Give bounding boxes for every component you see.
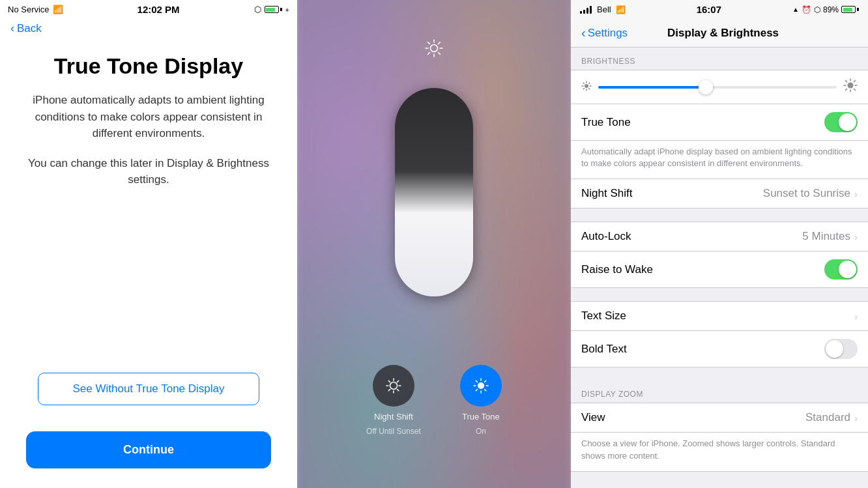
- raise-to-wake-toggle[interactable]: [824, 259, 858, 280]
- svg-line-14: [388, 380, 390, 382]
- raise-to-wake-row[interactable]: Raise to Wake: [571, 251, 868, 287]
- svg-point-36: [848, 83, 854, 89]
- setup-panel: No Service 📶 12:02 PM ⬡ + ‹ Back True To…: [0, 0, 297, 488]
- true-tone-toggle[interactable]: [824, 112, 858, 132]
- night-shift-sublabel: Off Until Sunset: [366, 427, 421, 436]
- bluetooth-icon: ⬡: [254, 5, 261, 14]
- true-tone-row[interactable]: True Tone: [571, 104, 868, 141]
- text-card: Text Size › Bold Text: [571, 301, 868, 367]
- svg-line-44: [846, 89, 847, 90]
- bold-text-toggle-knob: [826, 340, 843, 358]
- svg-line-41: [846, 81, 847, 82]
- night-shift-button[interactable]: Night Shift Off Until Sunset: [366, 365, 421, 436]
- true-tone-label: True Tone: [581, 116, 824, 129]
- battery-icon: [265, 6, 282, 13]
- svg-point-0: [431, 45, 438, 52]
- setup-status-bar: No Service 📶 12:02 PM ⬡ +: [0, 0, 297, 19]
- svg-line-25: [485, 380, 486, 382]
- setup-content: True Tone Display iPhone automatically a…: [0, 40, 297, 431]
- display-zoom-section-header: DISPLAY ZOOM: [571, 380, 868, 403]
- raise-to-wake-label: Raise to Wake: [581, 263, 824, 276]
- setup-description2: You can change this later in Display & B…: [26, 155, 271, 188]
- wifi-icon: 📶: [53, 5, 63, 14]
- back-button-area[interactable]: ‹ Back: [0, 19, 297, 40]
- view-row[interactable]: View Standard ›: [571, 403, 868, 433]
- view-description: Choose a view for iPhone. Zoomed shows l…: [571, 433, 868, 470]
- setup-description1: iPhone automatically adapts to ambient l…: [26, 92, 271, 142]
- svg-line-15: [398, 390, 399, 391]
- raise-to-wake-toggle-knob: [839, 261, 856, 278]
- settings-back-label: Settings: [588, 27, 628, 40]
- svg-line-24: [485, 390, 486, 391]
- settings-status-right: ▲ ⏰ ⬡ 89%: [792, 5, 859, 14]
- back-chevron-icon: ‹: [10, 22, 14, 35]
- true-tone-description: Automatically adapt iPhone display based…: [571, 141, 868, 179]
- svg-line-33: [589, 89, 590, 90]
- night-shift-circle: [373, 365, 414, 407]
- section-gap-1: [571, 208, 868, 222]
- view-value: Standard: [805, 411, 850, 424]
- brightness-card: True Tone Automatically adapt iPhone dis…: [571, 70, 868, 208]
- signal-bars: [580, 6, 592, 14]
- svg-point-27: [585, 84, 588, 88]
- back-chevron-icon: ‹: [581, 25, 586, 40]
- auto-lock-row[interactable]: Auto-Lock 5 Minutes ›: [571, 222, 868, 251]
- bold-text-toggle[interactable]: [824, 339, 858, 359]
- svg-line-7: [439, 42, 441, 44]
- night-shift-label: Night Shift: [374, 412, 413, 422]
- see-without-button[interactable]: See Without True Tone Display: [38, 373, 259, 405]
- night-shift-row[interactable]: Night Shift Sunset to Sunrise ›: [571, 179, 868, 208]
- svg-line-8: [428, 53, 430, 55]
- svg-line-43: [854, 81, 855, 82]
- lock-card: Auto-Lock 5 Minutes › Raise to Wake: [571, 222, 868, 288]
- back-button[interactable]: ‹ Back: [10, 22, 287, 35]
- continue-button[interactable]: Continue: [26, 431, 271, 468]
- text-size-label: Text Size: [581, 309, 854, 323]
- true-tone-button[interactable]: True Tone On: [460, 365, 502, 436]
- settings-panel: Bell 📶 16:07 ▲ ⏰ ⬡ 89% ‹ Settings Displa…: [571, 0, 868, 488]
- night-shift-label: Night Shift: [581, 187, 763, 200]
- lock-quick-actions: Night Shift Off Until Sunset: [366, 365, 502, 436]
- svg-line-6: [439, 53, 441, 55]
- svg-line-26: [476, 390, 477, 391]
- sun-brightness-icon: [425, 39, 443, 62]
- back-label: Back: [17, 22, 42, 35]
- carrier-name: Bell: [597, 5, 611, 14]
- settings-nav-bar: ‹ Settings Display & Brightness: [571, 19, 868, 48]
- auto-lock-chevron-icon: ›: [854, 231, 858, 242]
- brightness-low-icon: [581, 81, 592, 93]
- setup-title: True Tone Display: [54, 53, 243, 79]
- bluetooth-icon: ⬡: [814, 5, 820, 14]
- text-size-chevron-icon: ›: [854, 311, 858, 322]
- true-tone-sublabel: On: [476, 427, 486, 436]
- brightness-slider-fill: [598, 86, 706, 89]
- svg-line-16: [398, 380, 399, 382]
- brightness-high-icon: [843, 78, 858, 96]
- battery-percent: 89%: [823, 5, 839, 14]
- setup-bottom: Continue: [0, 431, 297, 488]
- charging-icon: +: [285, 6, 289, 14]
- wifi-icon: 📶: [616, 5, 626, 14]
- brightness-slider-row[interactable]: [571, 70, 868, 104]
- settings-page-title: Display & Brightness: [628, 27, 818, 40]
- true-tone-toggle-knob: [839, 113, 856, 131]
- svg-line-32: [583, 83, 585, 84]
- night-shift-value: Sunset to Sunrise: [763, 187, 850, 200]
- view-chevron-icon: ›: [854, 412, 858, 423]
- setup-time: 12:02 PM: [137, 4, 180, 15]
- carrier-label: No Service: [8, 5, 50, 14]
- true-tone-label: True Tone: [462, 412, 500, 422]
- settings-back-button[interactable]: ‹ Settings: [581, 25, 628, 40]
- view-label: View: [581, 411, 805, 424]
- alarm-icon: ⏰: [802, 5, 811, 14]
- brightness-slider-track[interactable]: [598, 86, 837, 89]
- bold-text-row[interactable]: Bold Text: [571, 331, 868, 367]
- svg-line-35: [583, 89, 585, 90]
- brightness-section-header: BRIGHTNESS: [571, 48, 868, 70]
- location-icon: ▲: [792, 6, 799, 13]
- settings-body: BRIGHTNESS: [571, 48, 868, 488]
- brightness-slider-thumb: [699, 80, 713, 94]
- text-size-row[interactable]: Text Size ›: [571, 302, 868, 331]
- settings-time: 16:07: [697, 4, 721, 15]
- bold-text-label: Bold Text: [581, 343, 824, 356]
